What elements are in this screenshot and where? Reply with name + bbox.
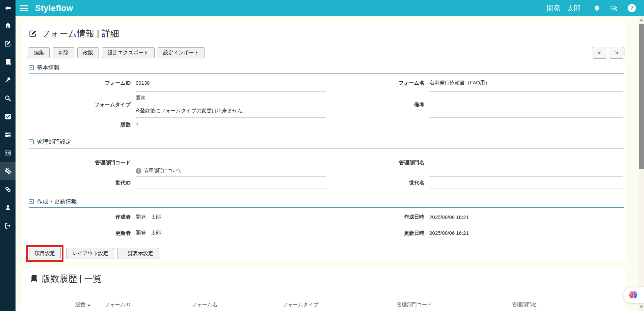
sidebar-item-user[interactable] (0, 198, 16, 217)
server-icon (4, 131, 11, 138)
scroll-up-arrow[interactable] (639, 17, 644, 23)
settings-buttons-row: 項目設定 レイアウト設定 一覧表示設定 (26, 245, 626, 262)
topbar-right: 開発 太郎 ? (547, 4, 636, 13)
item-settings-button[interactable]: 項目設定 (29, 248, 61, 259)
page-title-row: フォーム情報 | 詳細 (29, 21, 626, 39)
sidebar-item-logout[interactable] (0, 217, 16, 235)
form-id-label: フォームID (29, 74, 131, 92)
user-icon (4, 204, 11, 211)
gavel-icon (4, 77, 11, 84)
browser-extension-pill[interactable] (623, 287, 644, 303)
field-row: 管理部門コード ? 管理部門について 管理部門名 (29, 148, 624, 177)
record-pager: < > (592, 47, 624, 59)
scroll-down-arrow[interactable] (639, 304, 644, 309)
sidebar-item-manual[interactable] (0, 53, 16, 71)
gen-name-value (429, 177, 623, 189)
section-title: 管理部門設定 (37, 138, 71, 146)
menu-icon[interactable] (20, 5, 28, 11)
notifications-button[interactable] (593, 5, 600, 12)
delete-button[interactable]: 削除 (53, 47, 74, 58)
sidebar-item-tasks[interactable] (0, 107, 16, 125)
settings-import-button[interactable]: 設定インポート (158, 47, 205, 58)
version-value: 1 (136, 118, 326, 131)
user-name[interactable]: 開発 太郎 (547, 4, 581, 13)
updated-by-value: 開発 太郎 (136, 226, 326, 240)
section-title: 基本情報 (37, 64, 60, 72)
field-row: 世代ID 世代名 (29, 177, 624, 189)
settings-export-button[interactable]: 設定エクスポート (102, 47, 155, 58)
page-title: フォーム情報 | 詳細 (41, 28, 119, 39)
app-logo[interactable]: Styleflow (35, 3, 73, 13)
page-scrollbar[interactable] (639, 16, 644, 311)
prev-record-button[interactable]: < (592, 47, 607, 59)
updated-by-label: 更新者 (29, 226, 131, 240)
check-square-icon (4, 113, 11, 120)
sidebar-item-id-card[interactable] (0, 144, 16, 162)
sidebar-item-search[interactable] (0, 89, 16, 107)
created-by-label: 作成者 (29, 208, 131, 226)
field-row: フォームタイプ 通常 ※登録後にフォームタイプの変更は出来ません。 備考 (29, 92, 624, 118)
edit-button[interactable]: 編集 (28, 47, 50, 58)
dept-code-cell: ? 管理部門について (136, 148, 326, 177)
pen-square-icon (29, 29, 37, 38)
gen-name-label: 世代名 (331, 177, 424, 189)
brain-icon (628, 291, 638, 300)
pen-square-icon (4, 40, 11, 47)
column-header-dept-code[interactable]: 管理部門コード (397, 302, 512, 308)
field-row: 作成者 開発 太郎 作成日時 2025/08/06 16:21 (29, 208, 624, 226)
column-header-version[interactable]: 版数 (75, 302, 105, 308)
created-at-label: 作成日時 (331, 208, 424, 226)
next-record-button[interactable]: > (609, 47, 624, 59)
sign-out-icon (4, 222, 11, 229)
column-header-form-id[interactable]: フォームID (105, 302, 192, 308)
version-label: 版数 (29, 118, 131, 131)
sidebar-item-links[interactable] (0, 180, 16, 198)
highlight-annotation: 項目設定 (26, 245, 63, 262)
empty-cell (331, 118, 424, 131)
sidebar-collapse-button[interactable] (0, 0, 16, 16)
book-icon (4, 58, 11, 65)
sidebar-item-server[interactable] (0, 125, 16, 144)
created-at-value: 2025/08/06 16:21 (429, 208, 623, 226)
sidebar-item-home[interactable] (0, 16, 16, 34)
messages-button[interactable] (611, 5, 618, 12)
version-history-panel: 版数履歴 | 一覧 版数 フォームID フォーム名 フォームタイプ 管理部門コー… (22, 269, 626, 311)
column-header-dept-name[interactable]: 管理部門名 (512, 302, 626, 308)
sidebar-item-approval[interactable] (0, 71, 16, 89)
field-row: 版数 1 (29, 118, 624, 131)
book-icon (30, 275, 38, 283)
section-header-dept[interactable]: 管理部門設定 (29, 138, 624, 148)
empty-cell (429, 118, 623, 131)
column-header-form-type[interactable]: フォームタイプ (283, 302, 397, 308)
id-card-icon (4, 149, 11, 157)
list-display-settings-button[interactable]: 一覧表示設定 (117, 248, 159, 259)
remarks-label: 備考 (331, 92, 424, 118)
dept-help-link[interactable]: ? 管理部門について (136, 168, 182, 174)
gears-icon (4, 168, 11, 175)
form-detail-panel: フォーム情報 | 詳細 編集 削除 改版 設定エクスポート 設定インポート < … (22, 21, 626, 262)
scrollbar-thumb[interactable] (639, 24, 644, 169)
sidebar-item-form-edit[interactable] (0, 34, 16, 53)
help-icon: ? (628, 4, 636, 12)
dept-name-value (429, 148, 623, 177)
layout-settings-button[interactable]: レイアウト設定 (66, 248, 114, 259)
remarks-value (429, 92, 623, 118)
field-row: 更新者 開発 太郎 更新日時 2025/08/06 16:21 (29, 226, 624, 240)
question-circle-icon: ? (136, 168, 141, 174)
history-title: 版数履歴 | 一覧 (42, 273, 102, 284)
form-type-note: ※登録後にフォームタイプの変更は出来ません。 (136, 108, 248, 114)
help-button[interactable]: ? (628, 4, 636, 12)
sort-desc-icon (87, 305, 91, 307)
home-icon (4, 22, 11, 29)
section-header-meta[interactable]: 作成・更新情報 (29, 198, 624, 208)
sidebar-item-settings[interactable] (0, 162, 16, 180)
search-icon (4, 95, 11, 102)
section-title: 作成・更新情報 (37, 198, 77, 205)
section-header-basic[interactable]: 基本情報 (29, 64, 624, 74)
form-id-value: 00138 (136, 74, 326, 92)
arrow-left-icon (4, 5, 11, 12)
history-title-row: 版数履歴 | 一覧 (30, 269, 626, 284)
column-header-form-name[interactable]: フォーム名 (192, 302, 283, 308)
sections: 基本情報 フォームID 00138 フォーム名 名刺発行依頼書（FAQ用） フォ… (29, 64, 624, 240)
revise-button[interactable]: 改版 (77, 47, 99, 58)
